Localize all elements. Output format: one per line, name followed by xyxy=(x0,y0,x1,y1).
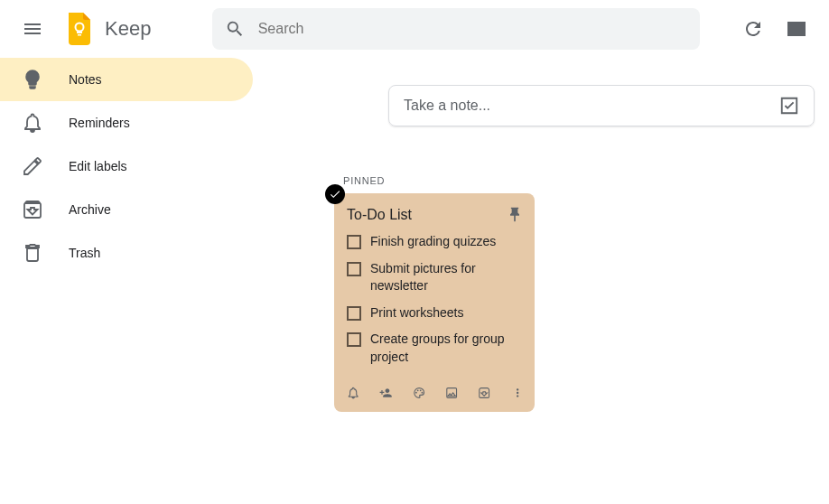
svg-point-4 xyxy=(416,389,418,391)
select-note-badge[interactable] xyxy=(325,184,345,204)
hamburger-icon xyxy=(22,18,43,40)
svg-rect-1 xyxy=(77,32,82,33)
checkbox[interactable] xyxy=(347,332,361,347)
lightbulb-icon xyxy=(22,69,43,90)
new-list-icon[interactable] xyxy=(779,96,799,116)
note-header: To-Do List xyxy=(347,206,524,224)
checkbox[interactable] xyxy=(347,306,361,321)
sidebar: Notes Reminders Edit labels Archive Tras… xyxy=(0,58,253,275)
note-toolbar xyxy=(347,381,524,405)
sidebar-item-label: Notes xyxy=(69,72,102,87)
archive-icon[interactable] xyxy=(478,385,490,401)
sidebar-item-reminders[interactable]: Reminders xyxy=(0,101,253,145)
sidebar-item-archive[interactable]: Archive xyxy=(0,188,253,231)
search-icon xyxy=(225,18,245,40)
svg-point-5 xyxy=(419,389,421,391)
image-icon[interactable] xyxy=(445,385,458,401)
sidebar-item-edit-labels[interactable]: Edit labels xyxy=(0,145,253,188)
sidebar-item-label: Trash xyxy=(69,246,100,260)
pinned-section-label: PINNED xyxy=(343,175,829,186)
archive-icon xyxy=(22,199,43,220)
list-item-text: Finish grading quizzes xyxy=(370,233,496,251)
checkbox[interactable] xyxy=(347,235,361,249)
svg-point-3 xyxy=(415,391,417,393)
header-actions xyxy=(735,11,815,47)
take-note-placeholder: Take a note... xyxy=(404,98,490,114)
note-title: To-Do List xyxy=(347,207,412,223)
list-item[interactable]: Submit pictures for newsletter xyxy=(347,260,524,295)
pencil-icon xyxy=(22,155,43,177)
sidebar-item-label: Reminders xyxy=(69,116,130,130)
list-view-button[interactable] xyxy=(778,11,815,47)
search-input[interactable] xyxy=(258,21,688,37)
pin-icon[interactable] xyxy=(506,206,524,224)
sidebar-item-label: Edit labels xyxy=(69,159,127,173)
check-icon xyxy=(329,188,341,201)
main-menu-button[interactable] xyxy=(14,11,51,47)
refresh-button[interactable] xyxy=(735,11,771,47)
list-item[interactable]: Create groups for group project xyxy=(347,331,524,366)
list-item-text: Submit pictures for newsletter xyxy=(370,260,524,295)
header: Keep xyxy=(0,0,829,58)
list-item-text: Create groups for group project xyxy=(370,331,524,366)
palette-icon[interactable] xyxy=(413,385,425,401)
list-view-icon xyxy=(786,18,807,40)
list-item[interactable]: Finish grading quizzes xyxy=(347,233,524,251)
take-note-bar[interactable]: Take a note... xyxy=(388,85,815,126)
svg-rect-2 xyxy=(78,34,81,36)
take-note-actions xyxy=(779,96,799,116)
collaborator-icon[interactable] xyxy=(379,385,392,401)
refresh-icon xyxy=(742,18,764,40)
sidebar-item-trash[interactable]: Trash xyxy=(0,231,253,275)
more-icon[interactable] xyxy=(511,385,524,401)
search-bar[interactable] xyxy=(212,8,700,50)
app-name: Keep xyxy=(105,17,151,41)
trash-icon xyxy=(22,242,43,264)
svg-point-6 xyxy=(421,391,423,393)
list-item-text: Print worksheets xyxy=(370,304,463,322)
sidebar-item-notes[interactable]: Notes xyxy=(0,58,253,101)
sidebar-item-label: Archive xyxy=(69,202,111,217)
remind-me-icon[interactable] xyxy=(347,385,359,401)
keep-logo-icon xyxy=(61,11,98,47)
note-card[interactable]: To-Do List Finish grading quizzes Submit… xyxy=(334,193,535,412)
checkbox[interactable] xyxy=(347,262,361,276)
bell-icon xyxy=(22,112,43,134)
list-item[interactable]: Print worksheets xyxy=(347,304,524,322)
app-logo[interactable]: Keep xyxy=(61,11,151,47)
main-content: Take a note... PINNED To-Do List Finish … xyxy=(253,58,829,412)
